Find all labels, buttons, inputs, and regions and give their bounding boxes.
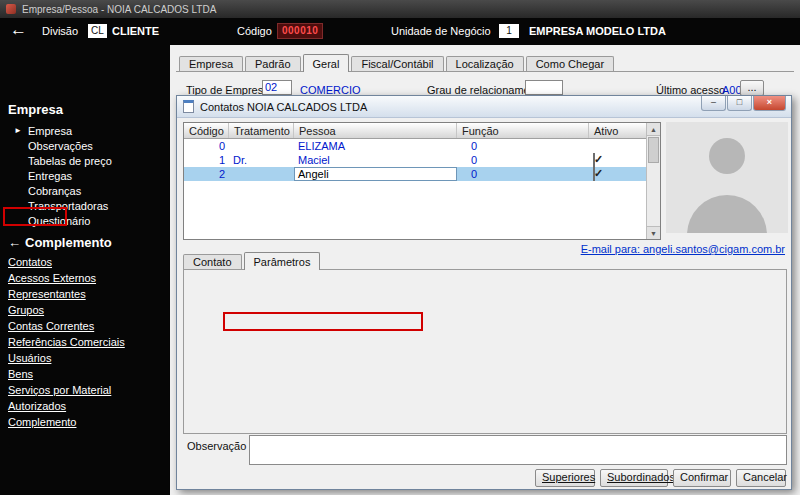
cell-codigo: 2 — [184, 167, 229, 181]
sidebar-item-tabelas-de-preco[interactable]: Tabelas de preço — [28, 155, 112, 167]
cell-ativo — [589, 153, 646, 167]
tab-fiscal-contabil[interactable]: Fiscal/Contábil — [351, 56, 443, 71]
sidebar-section-complemento-title: ←Complemento — [8, 235, 112, 250]
sidebar-item-transportadoras[interactable]: Transportadoras — [28, 200, 108, 212]
col-header-codigo[interactable]: Código — [184, 123, 229, 138]
sidebar-item-representantes[interactable]: Representantes — [8, 288, 86, 300]
main-tabs: Empresa Padrão Geral Fiscal/Contábil Loc… — [179, 54, 616, 71]
contacts-table: Código Tratamento Pessoa Função Ativo 0 … — [183, 122, 661, 240]
maximize-button[interactable]: □ — [727, 96, 752, 111]
contact-photo-placeholder — [666, 122, 788, 233]
cell-ativo — [589, 167, 646, 181]
sidebar-item-entregas[interactable]: Entregas — [28, 170, 72, 182]
sidebar-item-observacoes[interactable]: Observações — [28, 140, 93, 152]
ultimo-acesso-browse-button[interactable]: ... — [740, 80, 764, 96]
minimize-button[interactable]: – — [701, 96, 726, 111]
ativo-checkbox[interactable] — [593, 167, 595, 181]
close-button[interactable]: × — [753, 96, 786, 111]
sidebar-item-bens[interactable]: Bens — [8, 368, 33, 380]
window-title: Empresa/Pessoa - NOIA CALCADOS LTDA — [22, 4, 216, 15]
app-icon — [6, 4, 16, 14]
unidade-value: EMPRESA MODELO LTDA — [529, 25, 666, 37]
table-header-row: Código Tratamento Pessoa Função Ativo — [184, 123, 660, 139]
dialog-title: Contatos NOIA CALCADOS LTDA — [200, 101, 367, 113]
tab-padrao[interactable]: Padrão — [245, 56, 300, 71]
sidebar-item-cobrancas[interactable]: Cobranças — [28, 185, 81, 197]
dialog-icon — [183, 100, 194, 113]
window-titlebar[interactable]: Empresa/Pessoa - NOIA CALCADOS LTDA — [0, 0, 800, 18]
silhouette-head — [709, 138, 745, 174]
scroll-down-icon[interactable]: ▼ — [647, 226, 660, 239]
cell-ativo — [589, 139, 646, 153]
divisao-label: Divisão — [42, 25, 78, 37]
col-header-pessoa[interactable]: Pessoa — [294, 123, 457, 138]
cell-funcao: 0 — [457, 139, 589, 153]
tipo-empresa-code-input[interactable]: 02 — [262, 80, 292, 95]
sidebar-item-label: Entregas — [28, 170, 72, 182]
sidebar-section-empresa-title: Empresa — [8, 102, 63, 117]
tab-strip-line — [176, 71, 794, 72]
tab-empresa[interactable]: Empresa — [179, 56, 243, 71]
observacao-textarea[interactable] — [249, 435, 787, 465]
subordinados-button[interactable]: Subordinados — [600, 469, 668, 487]
dialog-titlebar[interactable]: Contatos NOIA CALCADOS LTDA — [177, 96, 791, 118]
sidebar-item-label: Observações — [28, 140, 93, 152]
cell-pessoa: Maciel — [294, 153, 457, 167]
sidebar: Empresa ► Empresa Observações Tabelas de… — [0, 45, 170, 495]
tab-localizacao[interactable]: Localização — [446, 56, 524, 71]
sidebar-item-servicos-por-material[interactable]: Serviços por Material — [8, 384, 111, 396]
app-window: Empresa/Pessoa - NOIA CALCADOS LTDA ← Di… — [0, 0, 800, 495]
cell-codigo: 0 — [184, 139, 229, 153]
superiores-button[interactable]: Superiores — [535, 469, 595, 487]
table-row[interactable]: 1 Dr. Maciel 0 — [184, 153, 660, 167]
tab-como-chegar[interactable]: Como Chegar — [526, 56, 614, 71]
tab-parametros[interactable]: Parâmetros — [244, 252, 321, 270]
sidebar-item-contas-correntes[interactable]: Contas Correntes — [8, 320, 94, 332]
sidebar-item-label: Tabelas de preço — [28, 155, 112, 167]
col-header-tratamento[interactable]: Tratamento — [229, 123, 294, 138]
sidebar-item-complemento[interactable]: Complemento — [8, 416, 76, 428]
cell-tratamento — [229, 167, 294, 181]
table-row-selected[interactable]: 2 Angeli 0 — [184, 167, 660, 181]
col-header-funcao[interactable]: Função — [457, 123, 589, 138]
active-item-arrow-icon: ► — [14, 126, 22, 135]
scroll-up-icon[interactable]: ▲ — [647, 123, 660, 136]
dialog-buttons: Superiores Subordinados Confirmar Cancel… — [535, 469, 786, 487]
table-row[interactable]: 0 ELIZAMA 0 — [184, 139, 660, 153]
sidebar-item-questionario[interactable]: Questionário — [28, 215, 90, 227]
cell-pessoa: ELIZAMA — [294, 139, 457, 153]
section-back-arrow-icon: ← — [8, 235, 21, 250]
sidebar-item-referencias-comerciais[interactable]: Referências Comerciais — [8, 336, 125, 348]
back-button[interactable]: ← — [10, 20, 27, 40]
silhouette-body — [687, 195, 767, 233]
sidebar-item-label: Cobranças — [28, 185, 81, 197]
cell-tratamento — [229, 139, 294, 153]
unidade-code-field[interactable]: 1 — [499, 24, 519, 38]
cell-tratamento: Dr. — [229, 153, 294, 167]
email-link[interactable]: E-mail para: angeli.santos@cigam.com.br — [581, 243, 785, 255]
divisao-value: CLIENTE — [112, 25, 159, 37]
sidebar-item-empresa[interactable]: ► Empresa — [28, 125, 72, 137]
col-header-ativo[interactable]: Ativo — [589, 123, 646, 138]
sidebar-item-autorizados[interactable]: Autorizados — [8, 400, 66, 412]
cancelar-button[interactable]: Cancelar — [736, 469, 786, 487]
sidebar-item-label: Empresa — [28, 125, 72, 137]
cell-funcao: 0 — [457, 167, 589, 181]
table-scrollbar[interactable]: ▲ ▼ — [646, 123, 660, 239]
codigo-field[interactable]: 000010 — [277, 23, 323, 39]
ativo-checkbox[interactable] — [593, 153, 595, 167]
sidebar-item-usuarios[interactable]: Usuários — [8, 352, 51, 364]
sidebar-item-acessos-externos[interactable]: Acessos Externos — [8, 272, 96, 284]
sidebar-item-grupos[interactable]: Grupos — [8, 304, 44, 316]
scrollbar-thumb[interactable] — [648, 137, 659, 163]
parametros-panel — [183, 269, 787, 434]
confirmar-button[interactable]: Confirmar — [673, 469, 731, 487]
sidebar-item-contatos[interactable]: Contatos — [8, 256, 52, 268]
unidade-label: Unidade de Negócio — [391, 25, 491, 37]
cell-pessoa: Angeli — [294, 167, 457, 181]
grau-relacionamento-input[interactable] — [525, 80, 563, 95]
tab-geral[interactable]: Geral — [303, 54, 350, 72]
tab-contato[interactable]: Contato — [183, 254, 242, 269]
divisao-code-field[interactable]: CL — [88, 24, 107, 38]
cell-codigo: 1 — [184, 153, 229, 167]
